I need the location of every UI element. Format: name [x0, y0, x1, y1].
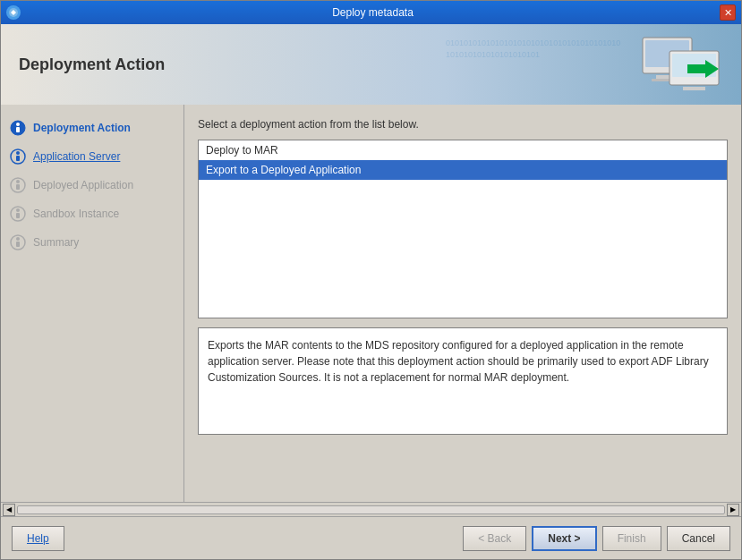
- bg-decoration: 0101010101010101010101010101010101010101…: [446, 38, 625, 60]
- svg-point-12: [16, 151, 20, 155]
- sidebar-label-deployed-application: Deployed Application: [33, 179, 133, 191]
- finish-button: Finish: [602, 526, 661, 551]
- sidebar-label-sandbox-instance: Sandbox Instance: [33, 208, 119, 220]
- deployment-action-list[interactable]: Deploy to MAR Export to a Deployed Appli…: [198, 140, 728, 318]
- summary-icon: [8, 233, 28, 252]
- main-window: Deploy metadata ✕ Deployment Action 0101…: [0, 0, 742, 560]
- page-title: Deployment Action: [19, 55, 165, 74]
- svg-point-18: [16, 208, 20, 212]
- help-button[interactable]: Help: [12, 526, 64, 551]
- window-title: Deploy metadata: [26, 6, 720, 19]
- sidebar-item-deployed-application: Deployed Application: [1, 171, 183, 199]
- svg-rect-10: [16, 127, 20, 132]
- sidebar: Deployment Action Application Server: [1, 105, 184, 502]
- scroll-right-button[interactable]: ▶: [727, 504, 739, 516]
- sidebar-item-deployment-action[interactable]: Deployment Action: [1, 114, 183, 142]
- scrollbar-area: ◀ ▶: [1, 502, 741, 516]
- svg-rect-22: [16, 242, 20, 247]
- header-image: [634, 29, 732, 100]
- cancel-button[interactable]: Cancel: [667, 526, 730, 551]
- scrollbar-track[interactable]: [17, 505, 725, 514]
- scroll-left-button[interactable]: ◀: [3, 504, 15, 516]
- title-bar: Deploy metadata ✕: [1, 1, 741, 24]
- description-box: Exports the MAR contents to the MDS repo…: [198, 327, 728, 435]
- svg-rect-13: [16, 156, 20, 161]
- deployed-application-icon: [8, 175, 28, 195]
- sandbox-instance-icon: [8, 204, 28, 224]
- main-panel: Select a deployment action from the list…: [184, 105, 741, 502]
- svg-rect-16: [16, 184, 20, 190]
- sidebar-label-summary: Summary: [33, 236, 79, 249]
- deployment-action-icon: [8, 118, 28, 138]
- next-button[interactable]: Next >: [532, 526, 596, 551]
- instruction-text: Select a deployment action from the list…: [198, 118, 728, 131]
- sidebar-item-sandbox-instance: Sandbox Instance: [1, 199, 183, 228]
- content-area: Deployment Action Application Server: [1, 105, 741, 502]
- svg-point-9: [16, 123, 20, 126]
- svg-rect-7: [683, 87, 705, 90]
- header: Deployment Action 0101010101010101010101…: [1, 24, 741, 105]
- application-server-icon: [8, 147, 28, 166]
- svg-point-21: [16, 237, 20, 241]
- list-item-deploy-to-mar[interactable]: Deploy to MAR: [199, 140, 727, 160]
- sidebar-item-application-server[interactable]: Application Server: [1, 142, 183, 171]
- sidebar-item-summary: Summary: [1, 228, 183, 257]
- bottom-bar: Help < Back Next > Finish Cancel: [1, 516, 741, 559]
- sidebar-label-application-server: Application Server: [33, 150, 120, 163]
- back-button[interactable]: < Back: [463, 526, 526, 551]
- description-text: Exports the MAR contents to the MDS repo…: [208, 339, 709, 384]
- list-item-export-deployed[interactable]: Export to a Deployed Application: [199, 160, 727, 180]
- svg-rect-19: [16, 213, 20, 218]
- sidebar-label-deployment-action: Deployment Action: [33, 122, 131, 134]
- app-icon: [6, 5, 21, 20]
- close-button[interactable]: ✕: [720, 4, 736, 21]
- svg-point-15: [16, 180, 20, 183]
